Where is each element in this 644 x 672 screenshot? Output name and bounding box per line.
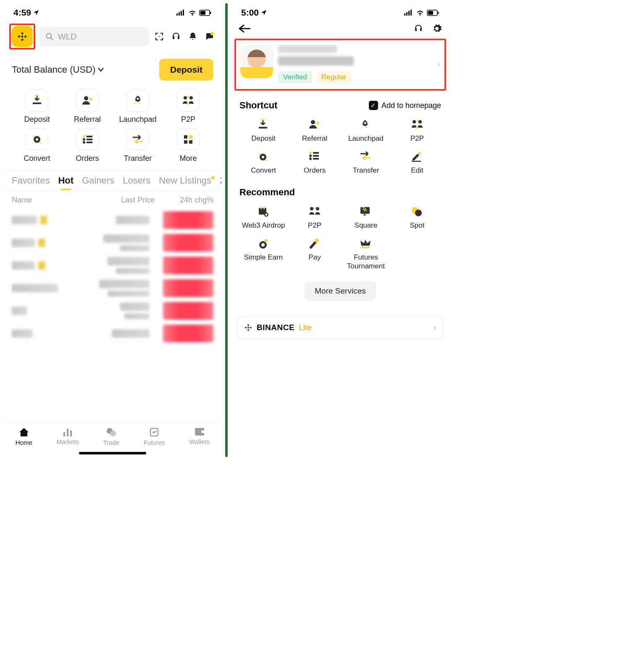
profile-card[interactable]: Verified Regular › — [234, 39, 446, 91]
label: Futures Tournament — [340, 253, 392, 270]
svg-rect-69 — [361, 247, 370, 248]
messages-button[interactable] — [203, 30, 216, 43]
shortcut-orders[interactable]: Orders — [289, 151, 340, 175]
coin-row[interactable] — [3, 209, 222, 231]
nav-label: Futures — [144, 439, 165, 446]
label: Square — [355, 221, 378, 230]
tab-losers[interactable]: Losers — [123, 175, 150, 189]
shortcut-deposit[interactable]: Deposit — [12, 89, 62, 124]
recommend-simple-earn[interactable]: Simple Earn — [238, 238, 289, 270]
top-bar: WLD — [3, 20, 222, 53]
shortcut-referral[interactable]: Referral — [62, 89, 113, 124]
wallet-icon — [194, 427, 205, 436]
recommend-futures-tournament[interactable]: Futures Tournament — [340, 238, 392, 270]
shortcut-deposit[interactable]: Deposit — [238, 119, 289, 143]
recommend-web3-airdrop[interactable]: Web3 Airdrop — [238, 206, 289, 230]
app-logo-button[interactable] — [12, 26, 33, 47]
shortcut-convert[interactable]: Convert — [238, 151, 289, 175]
shortcut-transfer[interactable]: Transfer — [340, 151, 392, 175]
add-homepage-toggle[interactable]: ✓ Add to homepage — [369, 101, 441, 110]
col-price[interactable]: Last Price — [92, 196, 155, 205]
shortcut-label: P2P — [181, 115, 195, 124]
tab-favorites[interactable]: Favorites — [12, 175, 50, 189]
shortcut-convert[interactable]: Convert — [12, 128, 62, 163]
svg-point-11 — [84, 96, 88, 100]
referral-icon — [308, 119, 321, 130]
coin-row[interactable] — [3, 277, 222, 299]
shortcut-grid: Deposit Referral Launchpad P2P Convert O… — [3, 85, 222, 171]
tab-more[interactable]: 2 — [220, 175, 222, 189]
tab-hot[interactable]: Hot — [58, 175, 74, 189]
svg-rect-37 — [408, 11, 410, 16]
svg-point-60 — [310, 207, 313, 210]
shortcut-p2p[interactable]: P2P — [392, 119, 443, 143]
shortcut-launchpad[interactable]: Launchpad — [340, 119, 392, 143]
profile-badges: Verified Regular — [278, 71, 432, 83]
recommend-square[interactable]: Square — [340, 206, 392, 230]
more-services-button[interactable]: More Services — [305, 281, 376, 301]
binance-logo-icon — [17, 31, 28, 42]
col-name[interactable]: Name — [12, 196, 92, 205]
nav-trade[interactable]: Trade — [103, 427, 120, 446]
svg-rect-34 — [201, 430, 205, 433]
pay-icon — [308, 238, 321, 249]
transfer-icon — [126, 128, 149, 151]
list-header: Name Last Price 24h chg% — [3, 192, 222, 209]
col-chg[interactable]: 24h chg% — [155, 196, 213, 205]
shortcut-p2p[interactable]: P2P — [163, 89, 213, 124]
signal-icon — [404, 10, 413, 16]
headset-icon — [171, 32, 181, 42]
svg-rect-23 — [184, 135, 187, 139]
svg-point-67 — [264, 239, 268, 242]
svg-point-66 — [261, 243, 265, 247]
svg-rect-57 — [260, 207, 262, 209]
shortcut-more[interactable]: More — [163, 128, 213, 163]
coin-list — [3, 209, 222, 457]
lite-text: Lite — [299, 323, 312, 332]
nav-wallets[interactable]: Wallets — [189, 427, 210, 446]
tab-gainers[interactable]: Gainers — [82, 175, 114, 189]
svg-rect-38 — [410, 10, 412, 16]
nav-futures[interactable]: Futures — [144, 427, 165, 446]
shortcut-edit[interactable]: Edit — [392, 151, 443, 175]
coin-row[interactable] — [3, 322, 222, 345]
shortcut-transfer[interactable]: Transfer — [113, 128, 163, 163]
shortcut-orders[interactable]: Orders — [62, 128, 113, 163]
coin-row[interactable] — [3, 231, 222, 254]
svg-rect-25 — [184, 140, 187, 144]
shortcut-referral[interactable]: Referral — [289, 119, 340, 143]
shortcut-launchpad[interactable]: Launchpad — [113, 89, 163, 124]
futures-icon — [149, 427, 159, 437]
deposit-button[interactable]: Deposit — [159, 59, 213, 81]
battery-icon — [199, 10, 212, 16]
label: Edit — [411, 166, 423, 175]
back-button[interactable] — [239, 24, 250, 33]
svg-rect-22 — [87, 142, 92, 143]
notifications-button[interactable] — [187, 30, 199, 43]
deposit-icon — [26, 89, 48, 112]
headset-icon — [413, 24, 423, 34]
status-bar: 4:59 — [3, 3, 222, 20]
search-input[interactable]: WLD — [39, 27, 149, 46]
recommend-pay[interactable]: Pay — [289, 238, 340, 270]
settings-button[interactable] — [432, 24, 442, 34]
recommend-p2p[interactable]: P2P — [289, 206, 340, 230]
support-button[interactable] — [413, 24, 423, 34]
recommend-spot[interactable]: Spot — [392, 206, 443, 230]
support-button[interactable] — [170, 30, 182, 43]
balance-label[interactable]: Total Balance (USD) — [12, 64, 104, 75]
svg-point-19 — [83, 138, 85, 141]
chevron-right-icon: › — [434, 322, 436, 333]
nav-home[interactable]: Home — [16, 427, 32, 446]
wifi-icon — [188, 10, 197, 16]
scan-button[interactable] — [153, 30, 166, 43]
back-arrow-icon — [239, 24, 250, 33]
bottom-nav: Home Markets Trade Futures Wallets — [3, 423, 222, 457]
coin-row[interactable] — [3, 299, 222, 322]
binance-lite-card[interactable]: BINANCE Lite › — [237, 316, 444, 339]
signal-icon — [176, 10, 186, 16]
coin-row[interactable] — [3, 254, 222, 277]
launchpad-icon — [360, 119, 372, 130]
tab-new-listings[interactable]: New Listings — [159, 175, 211, 189]
nav-markets[interactable]: Markets — [57, 427, 79, 446]
